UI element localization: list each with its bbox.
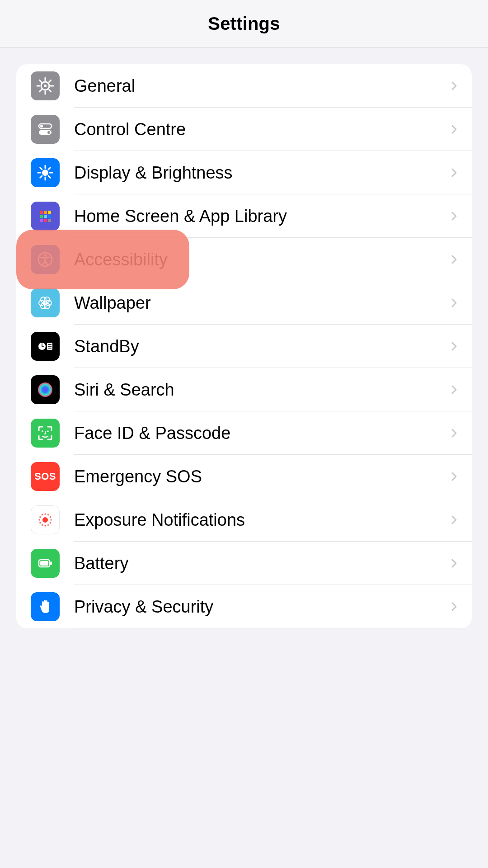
- settings-row-display-brightness[interactable]: Display & Brightness: [16, 151, 472, 194]
- svg-rect-29: [40, 219, 43, 222]
- settings-row-accessibility[interactable]: Accessibility: [16, 238, 472, 281]
- settings-row-home-screen[interactable]: Home Screen & App Library: [16, 194, 472, 238]
- row-label: Home Screen & App Library: [74, 207, 448, 226]
- chevron-right-icon: [448, 514, 461, 526]
- faceid-icon: [31, 419, 60, 448]
- settings-row-exposure-notif[interactable]: Exposure Notifications: [16, 498, 472, 542]
- svg-point-13: [47, 131, 50, 134]
- row-label: Accessibility: [74, 250, 448, 269]
- chevron-right-icon: [448, 210, 461, 222]
- content: GeneralControl CentreDisplay & Brightnes…: [0, 48, 488, 645]
- svg-point-48: [38, 382, 52, 397]
- settings-row-faceid-passcode[interactable]: Face ID & Passcode: [16, 411, 472, 455]
- svg-rect-25: [48, 211, 51, 214]
- row-label: StandBy: [74, 337, 448, 356]
- svg-line-4: [39, 90, 41, 91]
- svg-point-59: [39, 516, 41, 518]
- svg-point-53: [50, 522, 51, 524]
- chevron-right-icon: [448, 427, 461, 439]
- chevron-right-icon: [448, 253, 461, 266]
- svg-line-2: [49, 90, 51, 91]
- svg-line-22: [48, 168, 50, 170]
- row-label: Display & Brightness: [74, 163, 448, 183]
- svg-line-18: [40, 176, 42, 178]
- svg-rect-28: [48, 215, 51, 218]
- battery-icon: [31, 549, 60, 578]
- chevron-right-icon: [448, 470, 461, 483]
- chevron-right-icon: [448, 557, 461, 570]
- svg-rect-24: [44, 211, 47, 214]
- settings-row-control-centre[interactable]: Control Centre: [16, 108, 472, 151]
- toggles-icon: [31, 115, 60, 144]
- chevron-right-icon: [448, 123, 461, 136]
- svg-point-58: [38, 519, 40, 520]
- svg-point-14: [42, 170, 48, 176]
- hand-icon: [31, 592, 60, 621]
- settings-row-standby[interactable]: StandBy: [16, 325, 472, 368]
- svg-rect-66: [50, 561, 52, 565]
- settings-row-general[interactable]: General: [16, 64, 472, 108]
- svg-point-55: [44, 525, 46, 526]
- settings-group: GeneralControl CentreDisplay & Brightnes…: [16, 64, 472, 628]
- svg-point-60: [42, 514, 43, 515]
- row-label: Emergency SOS: [74, 467, 448, 486]
- row-label: Control Centre: [74, 120, 448, 139]
- svg-line-16: [48, 176, 50, 178]
- separator: [74, 628, 472, 628]
- svg-point-9: [44, 85, 47, 87]
- header: Settings: [0, 0, 488, 48]
- svg-rect-23: [40, 211, 43, 214]
- row-label: Face ID & Passcode: [74, 424, 448, 443]
- row-label: Siri & Search: [74, 380, 448, 400]
- page-title: Settings: [208, 14, 280, 34]
- chevron-right-icon: [448, 80, 461, 92]
- settings-row-battery[interactable]: Battery: [16, 542, 472, 585]
- svg-line-20: [40, 168, 42, 170]
- sos-icon: SOS: [31, 462, 60, 491]
- svg-point-62: [47, 514, 49, 515]
- chevron-right-icon: [448, 383, 461, 396]
- svg-rect-26: [40, 215, 43, 218]
- svg-point-50: [47, 430, 49, 432]
- row-label: Privacy & Security: [74, 597, 448, 617]
- sun-icon: [31, 158, 60, 187]
- svg-line-8: [49, 80, 51, 82]
- chevron-right-icon: [448, 340, 461, 353]
- svg-point-49: [42, 430, 43, 432]
- svg-point-33: [44, 255, 47, 257]
- row-label: Exposure Notifications: [74, 510, 448, 530]
- row-label: Battery: [74, 554, 448, 573]
- chevron-right-icon: [448, 166, 461, 179]
- svg-point-63: [50, 516, 51, 518]
- svg-point-11: [40, 125, 43, 127]
- sos-text: SOS: [34, 471, 56, 482]
- gear-icon: [31, 71, 60, 100]
- flower-icon: [31, 288, 60, 317]
- settings-row-emergency-sos[interactable]: SOSEmergency SOS: [16, 455, 472, 498]
- siri-icon: [31, 375, 60, 404]
- svg-rect-30: [44, 219, 47, 222]
- svg-point-51: [42, 517, 48, 523]
- standby-icon: [31, 332, 60, 361]
- chevron-right-icon: [448, 600, 461, 613]
- svg-rect-65: [40, 561, 48, 566]
- exposure-icon: [31, 505, 60, 534]
- chevron-right-icon: [448, 297, 461, 309]
- svg-rect-31: [48, 219, 51, 222]
- accessibility-icon: [31, 245, 60, 274]
- svg-point-52: [50, 519, 52, 520]
- row-label: General: [74, 76, 448, 96]
- svg-point-54: [47, 524, 49, 526]
- row-label: Wallpaper: [74, 293, 448, 313]
- app-grid-icon: [31, 202, 60, 231]
- settings-row-siri-search[interactable]: Siri & Search: [16, 368, 472, 411]
- settings-row-wallpaper[interactable]: Wallpaper: [16, 281, 472, 325]
- svg-line-6: [39, 80, 41, 82]
- settings-row-privacy-security[interactable]: Privacy & Security: [16, 585, 472, 628]
- svg-point-57: [39, 522, 41, 524]
- svg-rect-27: [44, 215, 47, 218]
- svg-point-56: [42, 524, 43, 526]
- svg-point-61: [44, 513, 46, 514]
